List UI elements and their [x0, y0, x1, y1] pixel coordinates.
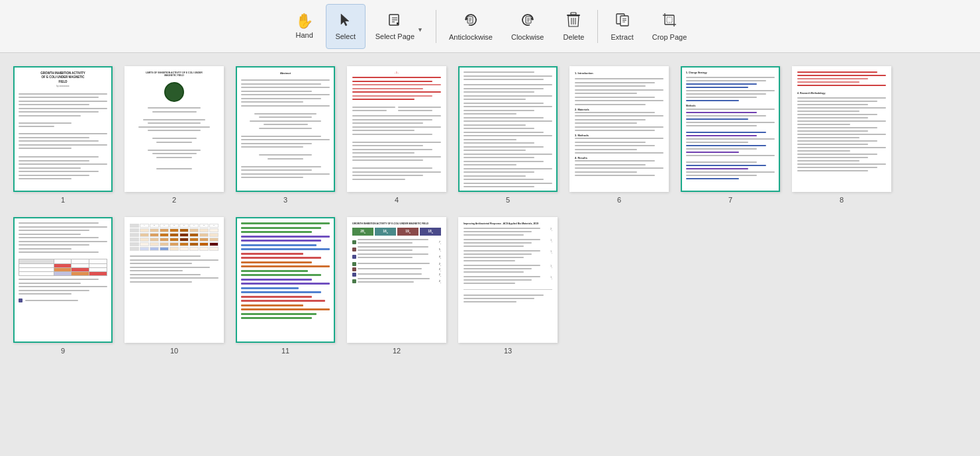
separator-2 — [597, 10, 598, 43]
page-item-7: 5. Change Strategy Methods — [681, 66, 780, 204]
page-number-1: 1 — [61, 196, 65, 204]
page-item-11: 11 — [236, 217, 335, 355]
page-item-1: GROWTH INHIBITION ACTIVITYOF E COLI UNDE… — [13, 66, 113, 204]
page-thumb-8[interactable]: 4. Research Methodology — [792, 66, 891, 192]
page-number-6: 6 — [617, 196, 621, 204]
delete-button[interactable]: Delete — [554, 4, 593, 49]
page-thumb-13[interactable]: Improving Antibacterial Response - ACS A… — [458, 217, 558, 343]
select-page-label: Select Page — [375, 32, 415, 40]
page-thumb-10[interactable]: A B C D E F G H — [124, 217, 224, 343]
clockwise-icon — [520, 12, 536, 30]
hand-button[interactable]: ✋ Hand — [285, 4, 324, 49]
anticlockwise-icon — [463, 12, 479, 30]
anticlockwise-button[interactable]: Anticlockwise — [440, 4, 501, 49]
select-icon — [338, 13, 353, 30]
page-number-11: 11 — [281, 347, 289, 355]
select-page-arrow: ▼ — [417, 26, 423, 33]
page-number-10: 10 — [170, 347, 178, 355]
extract-label: Extract — [611, 33, 633, 41]
page-thumb-11[interactable] — [236, 217, 335, 343]
toolbar: ✋ Hand Select Select Page ▼ — [0, 0, 980, 53]
page-item-8: 4. Research Methodology 8 — [792, 66, 891, 204]
page-number-4: 4 — [395, 196, 399, 204]
separator-1 — [436, 10, 436, 43]
page-number-8: 8 — [840, 196, 844, 204]
crop-page-button[interactable]: Crop Page — [644, 4, 696, 49]
page-number-2: 2 — [172, 196, 176, 204]
clockwise-button[interactable]: Clockwise — [503, 4, 553, 49]
hand-label: Hand — [296, 31, 313, 39]
page-number-13: 13 — [504, 347, 512, 355]
hand-icon: ✋ — [295, 14, 313, 28]
svg-rect-21 — [665, 15, 674, 24]
pages-row-2: 9 A B C D E F G H — [13, 217, 967, 355]
page-number-3: 3 — [283, 196, 287, 204]
page-item-10: A B C D E F G H — [124, 217, 224, 355]
select-page-button[interactable]: Select Page ▼ — [367, 4, 432, 49]
crop-page-label: Crop Page — [652, 33, 687, 41]
page-thumb-4[interactable]: - 1 - — [347, 66, 446, 192]
page-item-5: 5 — [458, 66, 558, 204]
svg-rect-26 — [667, 17, 672, 23]
page-item-3: Abstract — [236, 66, 335, 204]
page-thumb-6[interactable]: 1. Introduction 2. Materials 3. Methods — [569, 66, 669, 192]
extract-button[interactable]: Extract — [602, 4, 642, 49]
delete-label: Delete — [564, 33, 585, 41]
page-thumb-9[interactable] — [13, 217, 113, 343]
page-thumb-3[interactable]: Abstract — [236, 66, 335, 192]
page-item-6: 1. Introduction 2. Materials 3. Methods — [569, 66, 669, 204]
pages-container: GROWTH INHIBITION ACTIVITYOF E COLI UNDE… — [0, 53, 980, 456]
page-thumb-1[interactable]: GROWTH INHIBITION ACTIVITYOF E COLI UNDE… — [13, 66, 113, 192]
page-number-12: 12 — [393, 347, 401, 355]
svg-rect-12 — [571, 13, 576, 15]
page-item-9: 9 — [13, 217, 113, 355]
page-number-5: 5 — [506, 196, 510, 204]
page-item-2: LIMITS OF INHIBITION ACTIVITY OF E COLI … — [124, 66, 224, 204]
page-thumb-2[interactable]: LIMITS OF INHIBITION ACTIVITY OF E COLI … — [124, 66, 224, 192]
page-thumb-12[interactable]: GROWTH INHIBITION ACTIVITY OF E.COLI UND… — [347, 217, 446, 343]
page-item-12: GROWTH INHIBITION ACTIVITY OF E.COLI UND… — [347, 217, 446, 355]
page-number-9: 9 — [61, 347, 65, 355]
crop-page-icon — [662, 12, 677, 30]
select-button[interactable]: Select — [326, 4, 366, 49]
anticlockwise-label: Anticlockwise — [449, 33, 493, 41]
page-thumb-5[interactable] — [458, 66, 558, 192]
select-label: Select — [335, 32, 356, 40]
page-thumb-7[interactable]: 5. Change Strategy Methods — [681, 66, 780, 192]
svg-rect-17 — [620, 16, 628, 26]
extract-icon — [614, 12, 630, 30]
clockwise-label: Clockwise — [511, 33, 544, 41]
pages-row-1: GROWTH INHIBITION ACTIVITYOF E COLI UNDE… — [13, 66, 967, 204]
select-page-icon — [387, 13, 402, 30]
page-item-13: Improving Antibacterial Response - ACS A… — [458, 217, 558, 355]
page-item-4: - 1 - — [347, 66, 446, 204]
delete-icon — [566, 12, 581, 30]
page-number-7: 7 — [728, 196, 732, 204]
